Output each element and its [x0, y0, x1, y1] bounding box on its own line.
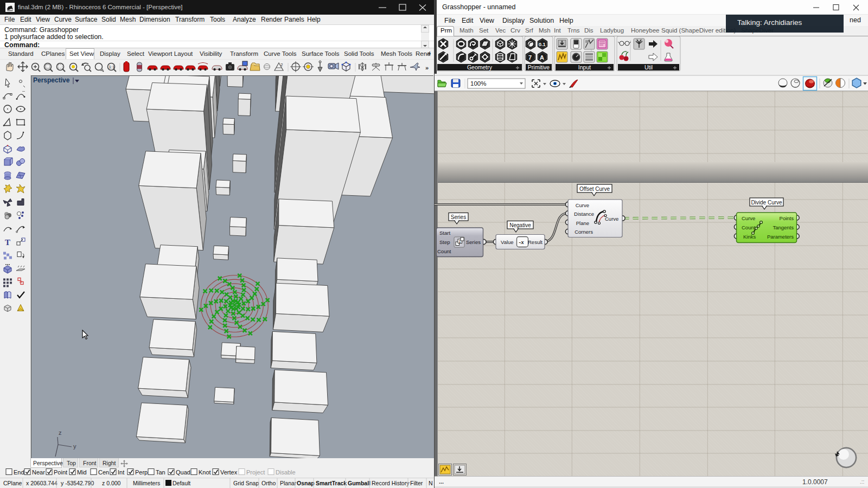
svg-text:z 0.000: z 0.000	[102, 480, 121, 486]
svg-text:y -53542.790: y -53542.790	[61, 480, 94, 486]
svg-text:Start: Start	[439, 230, 450, 236]
svg-text:Parameters: Parameters	[767, 234, 794, 240]
svg-text:Mid: Mid	[77, 469, 87, 476]
svg-text:Step: Step	[439, 239, 450, 245]
svg-text:Input: Input	[578, 64, 591, 70]
svg-text:Tangents: Tangents	[773, 224, 794, 230]
svg-text:Negative: Negative	[509, 222, 531, 228]
svg-text:Plane: Plane	[576, 220, 589, 226]
svg-text:Primitive: Primitive	[528, 64, 550, 70]
svg-text:End: End	[14, 469, 24, 476]
svg-text:0.1: 0.1	[539, 42, 546, 47]
svg-text:Grid Snap: Grid Snap	[233, 480, 259, 486]
svg-text:Value: Value	[501, 239, 514, 245]
svg-text:x 20603.744: x 20603.744	[26, 480, 58, 486]
svg-text:Int: Int	[118, 469, 124, 476]
svg-text:Ortho: Ortho	[261, 480, 276, 486]
svg-text:Tan: Tan	[156, 469, 165, 476]
svg-text:Point: Point	[54, 469, 67, 476]
svg-text:Kinks: Kinks	[743, 234, 756, 240]
svg-text:Near: Near	[32, 469, 45, 476]
svg-text:SmartTrack: SmartTrack	[316, 480, 347, 486]
svg-text:Osnap: Osnap	[297, 480, 315, 486]
svg-text:Vertex: Vertex	[220, 469, 238, 476]
svg-text:Default: Default	[173, 480, 190, 486]
svg-text:Offset Curve: Offset Curve	[579, 186, 610, 192]
svg-text:Perp: Perp	[135, 469, 148, 476]
svg-text:Curve: Curve	[576, 202, 589, 208]
svg-text:Count: Count	[742, 224, 756, 230]
svg-text:Cen: Cen	[98, 469, 109, 476]
svg-text:Curve: Curve	[742, 215, 755, 221]
svg-text:Quad: Quad	[176, 469, 190, 476]
svg-text:Gumball: Gumball	[348, 480, 371, 486]
svg-text:Points: Points	[780, 215, 794, 221]
svg-text:Distance: Distance	[574, 211, 594, 217]
svg-text:Disable: Disable	[276, 469, 296, 476]
svg-text:-x: -x	[519, 239, 525, 245]
svg-text:Divide Curve: Divide Curve	[751, 200, 782, 206]
svg-text:Project: Project	[246, 469, 265, 476]
svg-text:Record History: Record History	[372, 480, 410, 486]
svg-text:Filter: Filter	[410, 480, 423, 486]
svg-text:Util: Util	[644, 64, 653, 70]
svg-text:Result: Result	[528, 239, 542, 245]
svg-text:Millimeters: Millimeters	[133, 480, 160, 486]
svg-text:7: 7	[528, 54, 532, 61]
svg-text:Planar: Planar	[280, 480, 297, 486]
svg-text:Series: Series	[451, 214, 466, 220]
svg-text:Corners: Corners	[575, 229, 593, 235]
svg-text:Series: Series	[466, 239, 481, 245]
svg-text:Curve: Curve	[605, 216, 618, 222]
svg-text:CPlane: CPlane	[3, 480, 22, 486]
svg-text:Count: Count	[437, 248, 451, 254]
svg-text:Geometry: Geometry	[467, 64, 493, 70]
svg-text:Knot: Knot	[199, 469, 211, 476]
svg-text:N: N	[429, 480, 433, 486]
svg-text:A: A	[540, 54, 544, 61]
